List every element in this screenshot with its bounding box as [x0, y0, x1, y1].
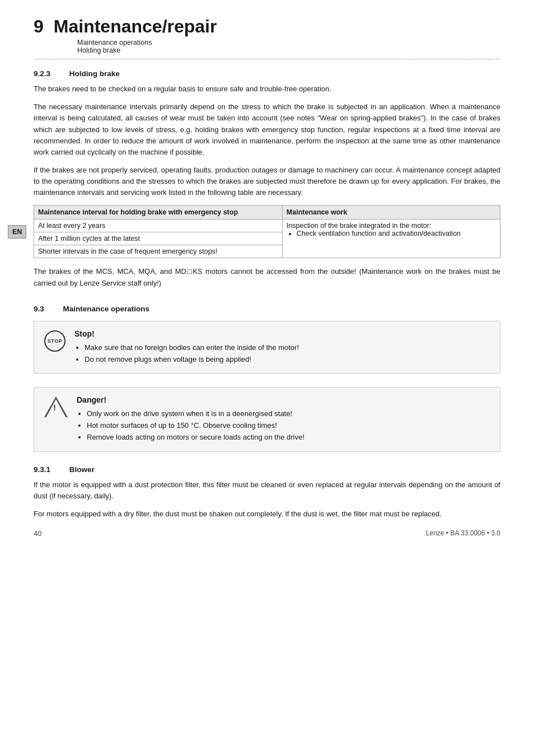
stop-icon: STOP	[44, 330, 65, 352]
section-931-para2: For motors equipped with a dry filter, t…	[34, 508, 500, 520]
danger-notice-title: Danger!	[77, 395, 490, 404]
section-923-para2: The necessary maintenance intervals prim…	[34, 101, 500, 158]
danger-notice-content: Danger! Only work on the drive system wh…	[77, 395, 490, 443]
table-header-row: Maintenance interval for holding brake w…	[34, 206, 500, 220]
page-footer: 40 Lenze • BA 33.0006 • 3.0	[34, 529, 500, 538]
page-number: 40	[34, 529, 41, 538]
table-cell-interval2: After 1 million cycles at the latest	[34, 232, 283, 245]
list-item: Hot motor surfaces of up to 150 °C. Obse…	[87, 420, 490, 432]
breadcrumb: Maintenance operations Holding brake	[77, 39, 500, 54]
table-row: At least every 2 years Inspection of the…	[34, 220, 500, 232]
list-item: Make sure that no foreign bodies can ent…	[85, 342, 490, 354]
maintenance-table: Maintenance interval for holding brake w…	[34, 205, 500, 258]
section-923-para3: If the brakes are not properly serviced,…	[34, 165, 500, 198]
section-923-para4: The brakes of the MCS, MCA, MQA, and MD□…	[34, 266, 500, 288]
danger-icon	[44, 396, 68, 419]
section-931-para1: If the motor is equipped with a dust pro…	[34, 479, 500, 502]
list-item: Remove loads acting on motors or secure …	[87, 432, 490, 444]
en-label: EN	[8, 225, 26, 239]
stop-notice-title: Stop!	[74, 329, 490, 338]
table-cell-work: Inspection of the brake integrated in th…	[282, 220, 500, 258]
section-931-heading: 9.3.1 Blower	[34, 465, 500, 474]
section-923-heading: 9.2.3 Holding brake	[34, 69, 500, 78]
stop-notice-box: STOP Stop! Make sure that no foreign bod…	[34, 321, 500, 374]
document-info: Lenze • BA 33.0006 • 3.0	[426, 529, 500, 538]
table-col1-header: Maintenance interval for holding brake w…	[34, 206, 283, 220]
table-cell-interval1: At least every 2 years	[34, 220, 283, 232]
section-923-para1: The brakes need to be checked on a regul…	[34, 83, 500, 95]
list-item: Do not remove plugs when voltage is bein…	[85, 354, 490, 366]
maintenance-table-wrapper: EN Maintenance interval for holding brak…	[34, 205, 500, 258]
stop-notice-content: Stop! Make sure that no foreign bodies c…	[74, 329, 490, 366]
chapter-number: 9	[34, 17, 44, 36]
section-divider	[34, 59, 500, 59]
breadcrumb-line1: Maintenance operations	[77, 39, 500, 46]
chapter-title: Maintenance/repair	[54, 17, 217, 36]
danger-notice-box: Danger! Only work on the drive system wh…	[34, 387, 500, 451]
table-col2-header: Maintenance work	[282, 206, 500, 220]
list-item: Only work on the drive system when it is…	[87, 408, 490, 420]
breadcrumb-line2: Holding brake	[77, 46, 500, 54]
table-cell-interval3: Shorter intervals in the case of frequen…	[34, 245, 283, 258]
section-93-heading: 9.3 Maintenance operations	[34, 305, 500, 313]
stop-notice-list: Make sure that no foreign bodies can ent…	[74, 342, 490, 366]
chapter-header: 9 Maintenance/repair	[34, 17, 500, 36]
danger-notice-list: Only work on the drive system when it is…	[77, 408, 490, 443]
